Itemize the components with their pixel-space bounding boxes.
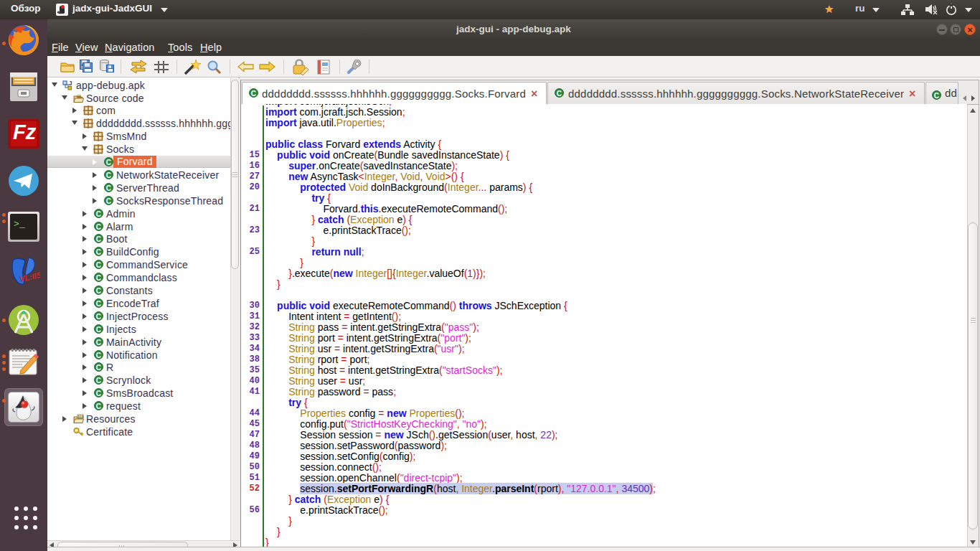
svg-text:010: 010 <box>78 415 84 419</box>
svg-text:J: J <box>69 80 72 87</box>
